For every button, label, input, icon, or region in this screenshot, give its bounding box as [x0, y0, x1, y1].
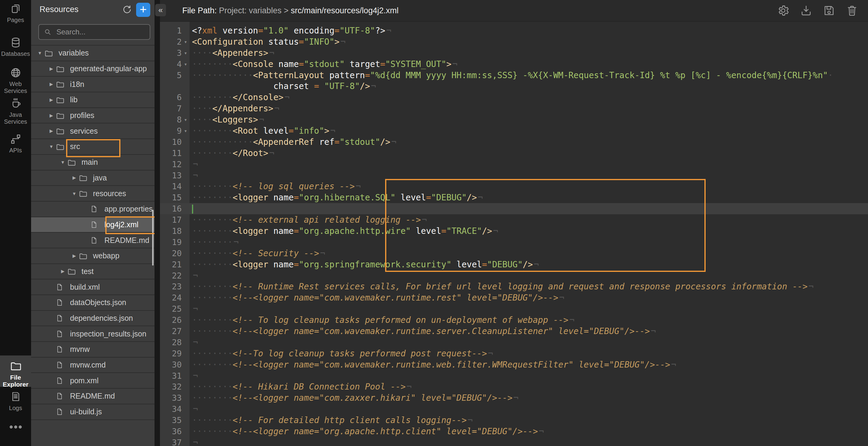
fold-arrow-icon[interactable]: ▾ [182, 50, 189, 56]
code-line-37[interactable]: 37¬ [160, 437, 868, 446]
add-resource-button[interactable]: + [136, 3, 150, 17]
code-line-7[interactable]: 7····</Appenders>¬ [160, 103, 868, 114]
code-line-19[interactable]: 19········¬ [160, 236, 868, 248]
code-line-5[interactable]: 5············<PatternLayout pattern="%d{… [160, 70, 868, 81]
code-line-4[interactable]: 4▾········<Console name="stdout" target=… [160, 59, 868, 70]
fold-arrow-icon[interactable]: ▾ [182, 61, 189, 67]
chevron-right-icon[interactable]: ▶ [47, 82, 56, 87]
chevron-right-icon[interactable]: ▶ [47, 97, 56, 103]
line-number: 37 [160, 438, 189, 446]
code-line-27[interactable]: 27········<!--<logger name="com.wavemake… [160, 326, 868, 337]
rail-item-logs[interactable]: Logs [0, 391, 31, 412]
fold-arrow-icon[interactable]: ▾ [182, 117, 189, 123]
code-line-12[interactable]: 12¬ [160, 159, 868, 170]
tree-item-i18n[interactable]: ▶i18n [31, 77, 155, 92]
code-line-25[interactable]: 25¬ [160, 303, 868, 314]
code-line-5-wrap[interactable]: charset = "UTF-8"/>¬ [160, 81, 868, 92]
tree-item-generated-angular-app[interactable]: ▶generated-angular-app [31, 61, 155, 77]
fold-arrow-icon[interactable]: ▾ [182, 128, 189, 134]
chevron-down-icon[interactable]: ▼ [36, 51, 44, 56]
chevron-down-icon[interactable]: ▼ [70, 191, 79, 196]
chevron-right-icon[interactable]: ▶ [70, 175, 79, 181]
tree-item-log4j2.xml[interactable]: log4j2.xml [31, 217, 155, 233]
tree-item-readme.md[interactable]: README.md [31, 389, 155, 404]
code-line-32[interactable]: 32········<!-- Hikari DB Connection Pool… [160, 381, 868, 392]
code-line-14[interactable]: 14········<!-- log sql queries -->¬ [160, 181, 868, 192]
code-line-16[interactable]: 16 [160, 203, 868, 214]
tree-item-main[interactable]: ▼main [31, 155, 155, 170]
tree-item-profiles[interactable]: ▶profiles [31, 108, 155, 124]
code-line-8[interactable]: 8▾····<Loggers>¬ [160, 114, 868, 125]
search-input[interactable] [56, 28, 151, 36]
refresh-icon[interactable] [122, 5, 132, 15]
chevron-right-icon[interactable]: ▶ [70, 253, 79, 259]
tree-item-readme.md[interactable]: README.md [31, 233, 155, 248]
chevron-down-icon[interactable]: ▼ [59, 160, 67, 165]
code-area[interactable]: 1<?xml version="1.0" encoding="UTF-8"?>¬… [160, 22, 868, 446]
rail-item-databases[interactable]: Databases [0, 37, 31, 57]
code-line-35[interactable]: 35········<!-- For detailed http client … [160, 415, 868, 426]
code-line-20[interactable]: 20········<!-- Security -->¬ [160, 248, 868, 259]
chevron-right-icon[interactable]: ▶ [47, 113, 56, 118]
code-line-2[interactable]: 2▾<Configuration status="INFO">¬ [160, 36, 868, 47]
tree-item-services[interactable]: ▶services [31, 123, 155, 139]
code-line-29[interactable]: 29········<!--To log cleanup tasks perfo… [160, 348, 868, 359]
tree-item-mvnw[interactable]: mvnw [31, 342, 155, 358]
chevron-down-icon[interactable]: ▼ [47, 144, 56, 149]
tree-item-build.xml[interactable]: build.xml [31, 280, 155, 295]
code-line-6[interactable]: 6········</Console>¬ [160, 92, 868, 103]
code-line-30[interactable]: 30········<!--<logger name="com.wavemake… [160, 359, 868, 370]
code-line-10[interactable]: 10············<AppenderRef ref="stdout"/… [160, 136, 868, 148]
tree-item-lib[interactable]: ▶lib [31, 92, 155, 108]
code-line-31[interactable]: 31¬ [160, 370, 868, 381]
line-number: 8▾ [160, 115, 189, 124]
tree-item-src[interactable]: ▼src [31, 139, 155, 155]
rail-item-apis[interactable]: APIs [0, 133, 31, 154]
save-icon[interactable] [823, 4, 835, 17]
chevron-right-icon[interactable]: ▶ [47, 66, 56, 71]
tree-item-webapp[interactable]: ▶webapp [31, 248, 155, 264]
tree-item-java[interactable]: ▶java [31, 170, 155, 186]
trash-icon[interactable] [846, 4, 858, 17]
download-icon[interactable] [800, 4, 812, 17]
rail-item-file-explorer[interactable]: File Explorer [0, 355, 31, 387]
code-line-36[interactable]: 36········<!--<logger name="org.apache.h… [160, 426, 868, 437]
tree-item-variables[interactable]: ▼variables [31, 45, 155, 61]
code-line-11[interactable]: 11········</Root>¬ [160, 148, 868, 159]
more-options-button[interactable] [0, 425, 31, 429]
code-line-1[interactable]: 1<?xml version="1.0" encoding="UTF-8"?>¬ [160, 25, 868, 36]
code-line-13[interactable]: 13¬ [160, 170, 868, 181]
tree-scrollbar[interactable] [152, 210, 154, 265]
rail-item-java-services[interactable]: Java Services [0, 98, 31, 125]
chevron-right-icon[interactable]: ▶ [47, 128, 56, 134]
tree-item-pom.xml[interactable]: pom.xml [31, 373, 155, 389]
code-line-22[interactable]: 22¬ [160, 270, 868, 281]
tree-item-mvnw.cmd[interactable]: mvnw.cmd [31, 358, 155, 373]
code-line-15[interactable]: 15········<logger name="org.hibernate.SQ… [160, 192, 868, 203]
code-line-3[interactable]: 3▾····<Appenders>¬ [160, 47, 868, 59]
code-line-24[interactable]: 24········<!--<logger name="com.wavemake… [160, 292, 868, 303]
code-line-28[interactable]: 28¬ [160, 337, 868, 348]
tree-item-dataobjects.json[interactable]: dataObjects.json [31, 295, 155, 311]
chevron-right-icon[interactable]: ▶ [59, 268, 67, 274]
code-line-23[interactable]: 23········<!-- Runtime Rest services cal… [160, 281, 868, 292]
tree-item-test[interactable]: ▶test [31, 264, 155, 280]
code-line-26[interactable]: 26········<!-- To log cleanup tasks perf… [160, 314, 868, 326]
tree-item-dependencies.json[interactable]: dependencies.json [31, 311, 155, 326]
code-line-33[interactable]: 33········<!--<logger name="com.zaxxer.h… [160, 392, 868, 404]
code-line-34[interactable]: 34¬ [160, 404, 868, 415]
code-line-21[interactable]: 21········<logger name="org.springframew… [160, 259, 868, 270]
code-line-17[interactable]: 17········<!-- external api related logg… [160, 214, 868, 225]
collapse-sidebar-button[interactable]: « [155, 4, 166, 16]
rail-item-pages[interactable]: Pages [0, 3, 31, 24]
tree-item-app.properties[interactable]: app.properties [31, 201, 155, 217]
code-line-9[interactable]: 9▾········<Root level="info">¬ [160, 125, 868, 136]
tree-item-ui-build.js[interactable]: ui-build.js [31, 404, 155, 420]
tree-item-resources[interactable]: ▼resources [31, 186, 155, 201]
code-line-18[interactable]: 18········<logger name="org.apache.http.… [160, 225, 868, 236]
tree-item-inspection_results.json[interactable]: inspection_results.json [31, 326, 155, 342]
rail-item-web-services[interactable]: Web Services [0, 67, 31, 94]
search-box[interactable] [38, 24, 150, 40]
gear-icon[interactable] [777, 4, 789, 17]
fold-arrow-icon[interactable]: ▾ [182, 39, 189, 45]
